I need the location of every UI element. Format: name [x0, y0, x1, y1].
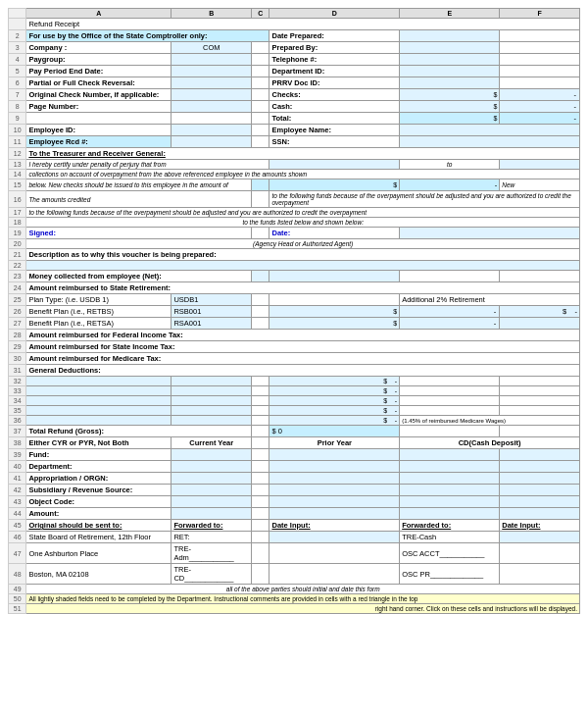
department-current[interactable]	[172, 461, 252, 473]
total-label: Total:	[270, 113, 400, 125]
subsidiary-prior[interactable]	[270, 485, 400, 496]
amount-prior[interactable]	[270, 508, 400, 520]
gen-33b[interactable]	[172, 386, 252, 396]
amount-cd1[interactable]	[400, 508, 500, 520]
fund-cd1[interactable]	[400, 449, 500, 461]
amount-current[interactable]	[172, 508, 252, 520]
retbs-dash[interactable]: -	[400, 306, 500, 318]
gen-32a[interactable]	[26, 377, 172, 386]
tre-adm-label: TRE-Adm___________	[172, 543, 252, 564]
note1-text: All lightly shaded fields need to be com…	[26, 594, 580, 604]
gen-32d[interactable]: $ -	[270, 377, 400, 386]
blank-43c	[252, 496, 270, 508]
total-dash[interactable]: -	[500, 113, 580, 125]
checks-dash[interactable]: -	[500, 89, 580, 101]
employee-id-value[interactable]	[172, 125, 252, 136]
gen-33d[interactable]: $ -	[270, 386, 400, 396]
partial-check-value[interactable]	[172, 77, 252, 89]
date-input-label1: Date Input:	[270, 520, 400, 532]
total-dollar: $	[400, 113, 500, 125]
department-id-value[interactable]	[400, 66, 500, 77]
date-input-2-value[interactable]	[500, 532, 580, 543]
blank-6c	[252, 77, 270, 89]
object-code-cd1[interactable]	[400, 496, 500, 508]
appropriation-cd1[interactable]	[400, 473, 500, 485]
certify-from-date[interactable]	[270, 160, 400, 170]
ssn-value[interactable]	[400, 136, 580, 148]
row-num-13: 13	[9, 160, 26, 170]
row-48: 48 Boston, MA 02108 TRE-CD____________ O…	[9, 564, 580, 585]
fund-current[interactable]	[172, 449, 252, 461]
appropriation-cd2[interactable]	[500, 473, 580, 485]
below-dash[interactable]: -	[400, 179, 500, 191]
department-cd2[interactable]	[500, 461, 580, 473]
gen-32b[interactable]	[172, 377, 252, 386]
retbs-2pct[interactable]: $ -	[500, 306, 580, 318]
retsa-dash[interactable]: -	[400, 318, 500, 330]
amount-cd2[interactable]	[500, 508, 580, 520]
department-cd1[interactable]	[400, 461, 500, 473]
gen-35d[interactable]: $ -	[270, 406, 400, 416]
page-number-value[interactable]	[172, 101, 252, 113]
object-code-prior[interactable]	[270, 496, 400, 508]
certify-to-date[interactable]	[500, 160, 580, 170]
employee-rcd-value[interactable]	[172, 136, 252, 148]
row-51: 51 right hand corner. Click on these cel…	[9, 604, 580, 614]
gen-33a[interactable]	[26, 386, 172, 396]
gen-35b[interactable]	[172, 406, 252, 416]
row-num-38: 38	[9, 437, 26, 449]
gen-34b[interactable]	[172, 396, 252, 406]
original-sent-label: Original should be sent to:	[26, 520, 172, 532]
gen-36a[interactable]	[26, 416, 172, 426]
date-input-1-value[interactable]	[270, 532, 400, 543]
forwarded-to-label1: Forwarded to:	[172, 520, 252, 532]
subsidiary-cd2[interactable]	[500, 485, 580, 496]
date-signed-value[interactable]	[400, 228, 580, 239]
prepared-by-value[interactable]	[400, 42, 500, 54]
amounts-text: The amounts credited	[26, 191, 252, 208]
row-31: 31 General Deductions:	[9, 365, 580, 377]
original-check-value[interactable]	[172, 89, 252, 101]
subsidiary-current[interactable]	[172, 485, 252, 496]
benefit-retsa-value[interactable]: RSA001	[172, 318, 252, 330]
row-num-37: 37	[9, 426, 26, 437]
gen-36b[interactable]	[172, 416, 252, 426]
prrv-doc-value[interactable]	[400, 77, 500, 89]
blank-34e	[400, 396, 500, 406]
blank-26c	[252, 306, 270, 318]
description-value[interactable]	[26, 261, 580, 271]
benefit-retbs-value[interactable]: RSB001	[172, 306, 252, 318]
gen-36d[interactable]: $ -	[270, 416, 400, 426]
gen-35a[interactable]	[26, 406, 172, 416]
row-num-4: 4	[9, 54, 26, 66]
blank-32e	[400, 377, 500, 386]
additional-2pct-label: Additional 2% Retirement	[400, 294, 580, 306]
money-collected-value[interactable]	[270, 271, 400, 282]
fund-cd2[interactable]	[500, 449, 580, 461]
initial-note: all of the above parties should initial …	[26, 585, 580, 594]
checks-label: Checks:	[270, 89, 400, 101]
company-value[interactable]: COM	[172, 42, 252, 54]
retsa-2pct[interactable]	[500, 318, 580, 330]
blank-16c	[252, 191, 270, 208]
plan-type-value[interactable]: USDB1	[172, 294, 252, 306]
telephone-value[interactable]	[400, 54, 500, 66]
gen-34a[interactable]	[26, 396, 172, 406]
gen-34d[interactable]: $ -	[270, 396, 400, 406]
object-code-current[interactable]	[172, 496, 252, 508]
pay-period-value[interactable]	[172, 66, 252, 77]
subsidiary-cd1[interactable]	[400, 485, 500, 496]
cash-dash[interactable]: -	[500, 101, 580, 113]
employee-name-value[interactable]	[400, 125, 580, 136]
date-prepared-value[interactable]	[400, 30, 500, 42]
prepared-by-label: Prepared By:	[270, 42, 400, 54]
blank-3c	[252, 42, 270, 54]
department-prior[interactable]	[270, 461, 400, 473]
appropriation-prior[interactable]	[270, 473, 400, 485]
blank-27c	[252, 318, 270, 330]
object-code-cd2[interactable]	[500, 496, 580, 508]
paygroup-value[interactable]	[172, 54, 252, 66]
fund-prior[interactable]	[270, 449, 400, 461]
blank-44c	[252, 508, 270, 520]
appropriation-current[interactable]	[172, 473, 252, 485]
